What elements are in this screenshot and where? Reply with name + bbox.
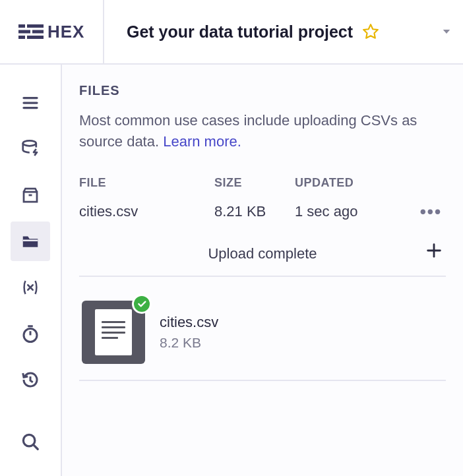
svg-rect-1 <box>27 24 44 28</box>
check-icon <box>137 299 147 309</box>
col-header-size: SIZE <box>214 176 295 190</box>
svg-rect-12 <box>23 240 38 242</box>
package-icon <box>20 185 40 205</box>
topbar: HEX Get your data tutorial project <box>0 0 463 65</box>
folder-icon <box>20 231 40 251</box>
title-cell: Get your data tutorial project <box>104 22 430 42</box>
col-header-updated: UPDATED <box>295 176 406 190</box>
sidebar <box>0 65 62 476</box>
svg-rect-2 <box>18 30 30 34</box>
file-more-button[interactable]: ••• <box>420 208 442 215</box>
upload-status-row: Upload complete <box>79 240 446 277</box>
upload-success-badge <box>132 294 152 314</box>
svg-marker-6 <box>363 24 378 38</box>
file-size: 8.21 KB <box>214 203 295 220</box>
file-thumbnail <box>82 301 145 364</box>
file-name: cities.csv <box>79 203 214 220</box>
project-menu-button[interactable] <box>430 26 463 38</box>
sidebar-outline-button[interactable] <box>11 83 50 123</box>
svg-line-17 <box>33 444 38 449</box>
svg-point-10 <box>23 140 36 146</box>
search-icon <box>20 432 40 452</box>
sidebar-environment-button[interactable] <box>11 175 50 215</box>
files-description: Most common use cases include uploading … <box>79 110 446 152</box>
file-row[interactable]: cities.csv 8.21 KB 1 sec ago ••• <box>79 203 446 220</box>
files-heading: FILES <box>79 83 446 98</box>
add-file-button[interactable] <box>425 241 443 260</box>
svg-rect-3 <box>32 30 44 34</box>
col-header-file: FILE <box>79 176 214 190</box>
sidebar-files-button[interactable] <box>11 222 50 261</box>
variable-icon <box>20 278 40 297</box>
hex-logo-text: HEX <box>47 22 84 42</box>
history-icon <box>20 370 40 390</box>
sidebar-data-sources-button[interactable] <box>11 129 50 169</box>
svg-rect-0 <box>18 24 25 28</box>
stopwatch-icon <box>20 324 40 343</box>
svg-rect-5 <box>27 36 44 39</box>
plus-icon <box>425 241 443 260</box>
sidebar-variables-button[interactable] <box>11 268 50 307</box>
outline-icon <box>20 93 40 113</box>
files-table-header: FILE SIZE UPDATED <box>79 176 446 190</box>
hex-logo[interactable]: HEX <box>18 22 84 42</box>
files-panel: FILES Most common use cases include uplo… <box>62 65 463 476</box>
project-title[interactable]: Get your data tutorial project <box>127 22 353 42</box>
sidebar-search-button[interactable] <box>11 422 50 461</box>
file-updated: 1 sec ago <box>295 203 406 220</box>
uploaded-file-size: 8.2 KB <box>160 335 218 351</box>
uploaded-file-name: cities.csv <box>160 314 218 331</box>
star-icon[interactable] <box>362 23 379 40</box>
logo-cell: HEX <box>0 0 104 63</box>
files-description-text: Most common use cases include uploading … <box>79 112 417 150</box>
learn-more-link[interactable]: Learn more. <box>163 133 241 150</box>
document-icon <box>95 309 132 355</box>
uploaded-file-meta: cities.csv 8.2 KB <box>160 314 218 351</box>
hex-logo-icon <box>18 22 44 41</box>
uploaded-file-card[interactable]: cities.csv 8.2 KB <box>79 289 446 381</box>
sidebar-history-button[interactable] <box>11 360 50 400</box>
database-lightning-icon <box>20 139 40 159</box>
upload-status-text: Upload complete <box>208 245 317 262</box>
sidebar-schedule-button[interactable] <box>11 314 50 353</box>
svg-rect-4 <box>18 36 25 39</box>
chevron-down-icon <box>441 26 452 38</box>
